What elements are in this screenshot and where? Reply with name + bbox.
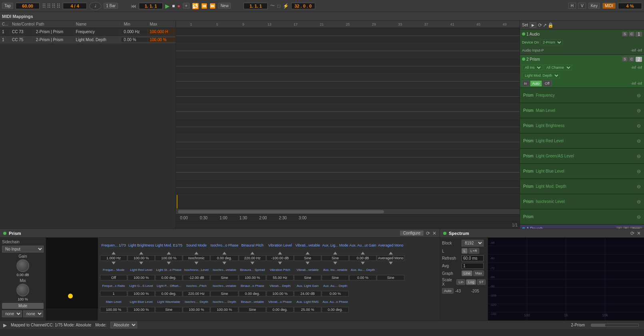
gain-knob[interactable] bbox=[16, 259, 29, 272]
param-sub-val-vibwave2[interactable]: Sine bbox=[294, 275, 321, 280]
param-sub-val-isowave2[interactable]: Sine bbox=[210, 291, 238, 296]
track1-s-btn[interactable]: S bbox=[622, 32, 628, 36]
param-footer-val-blue[interactable]: 100.00 % bbox=[128, 307, 155, 312]
time-sig-display[interactable]: 4 / 4 bbox=[63, 3, 87, 9]
param-sub-val-poffset[interactable]: 0.00 deg. bbox=[155, 291, 182, 296]
prism-minus-main[interactable]: ⊖ bbox=[637, 108, 641, 113]
auto-btn[interactable]: Auto bbox=[442, 288, 454, 294]
set-icon-2[interactable]: ↗ bbox=[543, 22, 547, 28]
param-down-auxmode[interactable] bbox=[333, 262, 337, 264]
prism-minus-blue[interactable]: ⊖ bbox=[637, 169, 641, 174]
param-down-binaural[interactable] bbox=[250, 262, 254, 264]
h-btn[interactable]: H bbox=[568, 3, 576, 9]
sidebar-dropdown-2[interactable]: none bbox=[23, 310, 43, 317]
status-play-btn[interactable]: ▶ bbox=[3, 322, 7, 328]
set-icon-3[interactable]: 🔒 bbox=[548, 22, 554, 28]
param-down-soundmode[interactable] bbox=[194, 262, 198, 264]
reverb-s-btn[interactable]: S bbox=[623, 227, 629, 229]
prism-minus-bright[interactable]: ⊖ bbox=[637, 123, 641, 129]
param-down-isophase[interactable] bbox=[222, 262, 226, 264]
param-footer-val-isodepth[interactable]: 100.00 % bbox=[183, 307, 210, 312]
param-val-avgmono[interactable]: Averaged Mono bbox=[377, 255, 404, 261]
param-val-lightmod[interactable]: 100.00 % bbox=[155, 255, 182, 261]
io-btn[interactable]: ⚡ bbox=[283, 3, 289, 9]
spectrum-close-btn[interactable]: ✕ bbox=[637, 231, 641, 236]
key-btn[interactable]: Key bbox=[588, 3, 600, 9]
param-up-vibration[interactable] bbox=[278, 252, 282, 254]
param-down-vibwave[interactable] bbox=[306, 262, 310, 264]
param-sub-val-stphase[interactable]: 0.00 deg. bbox=[155, 275, 182, 280]
bpm-display[interactable]: 60.00 bbox=[16, 3, 40, 9]
prism-close-btn[interactable]: ✕ bbox=[432, 231, 436, 236]
param-sub-val-green[interactable]: 100.00 % bbox=[128, 291, 155, 296]
position2-display[interactable]: 1. 1. 1 bbox=[244, 3, 268, 9]
lin-btn[interactable]: Lin bbox=[456, 279, 465, 285]
param-footer-val-isodepth2[interactable]: 100.00 % bbox=[210, 307, 238, 312]
param-up-lightmod[interactable] bbox=[167, 252, 171, 254]
max-btn[interactable]: Max bbox=[473, 270, 484, 276]
param-val-freq[interactable]: 1.000 Hz bbox=[100, 255, 127, 261]
param-up-avgmono[interactable] bbox=[389, 252, 393, 254]
param-footer-val-binwave[interactable]: Sine bbox=[239, 307, 266, 312]
v-btn[interactable]: V bbox=[578, 3, 586, 9]
add-btn[interactable]: + bbox=[183, 3, 190, 9]
param-sub-val-binphase[interactable]: 0.00 deg. bbox=[239, 291, 266, 296]
param-val-isophase[interactable]: 0.00 deg. bbox=[210, 255, 238, 261]
st-btn[interactable]: ST bbox=[477, 279, 486, 285]
track1-device-select[interactable]: 2-Prism bbox=[540, 40, 563, 45]
param-sub-val-auxaudepth2[interactable]: 0.00 % bbox=[349, 275, 376, 280]
param-up-bright[interactable] bbox=[139, 252, 143, 254]
param-val-auxmode[interactable]: Sine bbox=[322, 255, 349, 261]
param-up-binaural[interactable] bbox=[250, 252, 254, 254]
param-sub-val-isowave1[interactable]: Sine bbox=[210, 275, 238, 280]
param-val-auxgain[interactable]: 0.00 dB bbox=[349, 255, 376, 261]
param-down-lightmod[interactable] bbox=[167, 262, 171, 264]
param-sub-val-auxaudepth[interactable]: 0.00 % bbox=[322, 291, 349, 296]
track1-c-btn[interactable]: C bbox=[629, 32, 635, 36]
param-sub-val-vibpitch[interactable]: 55.00 Hz bbox=[266, 275, 294, 280]
prism-minus-green[interactable]: ⊖ bbox=[637, 153, 641, 159]
refresh-input[interactable]: 60.0 ms bbox=[462, 255, 484, 261]
param-val-vibwave[interactable]: Sine bbox=[294, 255, 321, 261]
zoom-display[interactable]: 4 % bbox=[618, 3, 642, 9]
param-sub-val-isolevel[interactable]: -12.00 dB bbox=[183, 275, 210, 280]
reverb-a-btn[interactable]: A bbox=[616, 227, 622, 229]
sidebar-dropdown-1[interactable]: none bbox=[2, 310, 22, 317]
loop-btn[interactable]: 1 Bar bbox=[104, 3, 118, 9]
channel-l-btn[interactable]: L bbox=[462, 248, 468, 254]
param-up-soundmode[interactable] bbox=[194, 252, 198, 254]
param-up-auxgain[interactable] bbox=[361, 252, 365, 254]
sidechain-dropdown[interactable]: No Input bbox=[2, 246, 44, 252]
position1-display[interactable]: 1. 1. 1 bbox=[139, 3, 163, 9]
param-footer-val-auxrms[interactable]: 25.00 % bbox=[294, 307, 321, 312]
midi-row-2[interactable]: 1 CC 75 2-Prism | Prism Light Mod. Depth… bbox=[0, 36, 176, 44]
param-down-avgmono[interactable] bbox=[389, 262, 393, 264]
param-down-bright[interactable] bbox=[139, 262, 143, 264]
track2-input-select[interactable]: All Ins bbox=[522, 65, 542, 70]
mute-btn[interactable]: Mute bbox=[2, 303, 44, 309]
param-down-auxgain[interactable] bbox=[361, 262, 365, 264]
scrollbar-thumb[interactable] bbox=[178, 210, 384, 213]
param-footer-val-wavetable[interactable]: Sine bbox=[155, 307, 182, 312]
block-select[interactable]: 8192 bbox=[462, 240, 484, 247]
log-btn[interactable]: Log bbox=[466, 279, 476, 285]
channel-lr-btn[interactable]: L+R bbox=[468, 248, 479, 254]
param-sub-val-2[interactable]: 1 bbox=[100, 291, 127, 296]
track2-in-btn[interactable]: In bbox=[522, 81, 529, 86]
prism-configure-btn[interactable]: Configure bbox=[400, 231, 424, 236]
track2-auto-btn[interactable]: Auto bbox=[530, 81, 542, 86]
param-up-vibwave[interactable] bbox=[306, 252, 310, 254]
param-footer-val-1[interactable]: 100.00 % bbox=[100, 307, 127, 312]
prism-resize-btn[interactable]: ⟳ bbox=[426, 231, 430, 236]
param-sub-val-sine[interactable]: Sine bbox=[377, 275, 404, 280]
midi-row-1[interactable]: 1 CC 73 2-Prism | Prism Frequency 0.000 … bbox=[0, 28, 176, 36]
avg-input[interactable]: 1 bbox=[462, 263, 484, 269]
fast-fwd-btn[interactable]: ⏩ bbox=[210, 3, 216, 9]
track2-s-btn[interactable]: S bbox=[622, 57, 628, 62]
param-down-freq[interactable] bbox=[112, 262, 116, 264]
param-sub-val-auxinvwave[interactable]: Sine bbox=[322, 275, 349, 280]
param-sub-val-1[interactable]: Off bbox=[100, 275, 127, 280]
param-up-freq[interactable] bbox=[112, 252, 116, 254]
cpu-btn[interactable]: □ bbox=[277, 3, 280, 9]
record-btn[interactable]: ● bbox=[177, 3, 180, 9]
